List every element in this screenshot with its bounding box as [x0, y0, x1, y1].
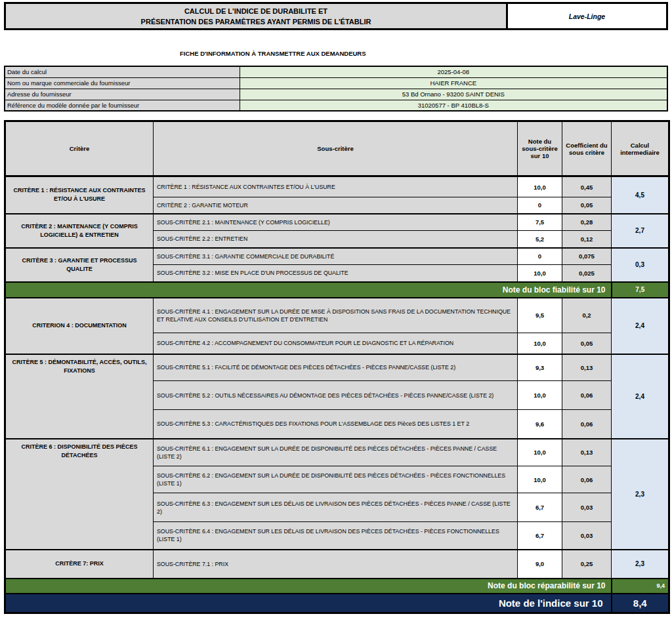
sub-criterion-cell: SOUS-CRITÈRE 5.2 : OUTILS NÉCESSAIRES AU… — [154, 381, 518, 410]
note-cell: 9,3 — [518, 354, 562, 381]
total-score-value: 8,4 — [612, 594, 669, 613]
coefficient-cell: 0,05 — [562, 197, 612, 214]
note-cell: 6,7 — [518, 493, 562, 522]
coefficient-cell: 0,025 — [562, 265, 612, 282]
table-row: CRITÈRE 7: PRIX SOUS-CRITÈRE 7.1 : PRIX … — [5, 550, 669, 579]
fiabilite-score-row: Note du bloc fiabilité sur 10 7,5 — [5, 282, 669, 298]
document-title: CALCUL DE L'INDICE DE DURABILITE ET PRÉS… — [6, 4, 508, 28]
sub-criterion-cell: CRITÈRE 1 : RÉSISTANCE AUX CONTRAINTES E… — [154, 176, 518, 197]
note-cell: 10,0 — [518, 333, 562, 354]
column-header-note: Note du sous-critère sur 10 — [518, 121, 562, 176]
sub-criterion-cell: SOUS-CRITÈRE 5.3 : CARACTÉRISTIQUES DES … — [154, 410, 518, 439]
coefficient-cell: 0,06 — [562, 381, 612, 410]
info-value-date: 2025-04-08 — [240, 66, 667, 77]
column-header-intermediate-calc: Calcul intermediaire — [612, 121, 669, 176]
info-value-supplier-address: 53 Bd Ornano - 93200 SAINT DENIS — [240, 89, 667, 100]
note-cell: 0 — [518, 248, 562, 265]
table-row: CRITERION 4 : DOCUMENTATION SOUS-CRITÈRE… — [5, 298, 669, 333]
criterion-cell: CRITÈRE 1 : RÉSISTANCE AUX CONTRAINTES E… — [5, 176, 154, 214]
note-cell: 10,0 — [518, 176, 562, 197]
criteria-table: Critère Sous-critère Note du sous-critèr… — [4, 120, 670, 614]
table-row: CRITÈRE 6 : DISPONIBILITÉ DES PIÈCES DÉT… — [5, 439, 669, 466]
intermediate-calc-cell: 2,3 — [612, 550, 669, 579]
criterion-cell: CRITÈRE 3 : GARANTIE ET PROCESSUS QUALIT… — [5, 248, 154, 282]
table-row: CRITÈRE 5 : DÉMONTABILITÉ, ACCÈS, OUTILS… — [5, 354, 669, 381]
intermediate-calc-cell: 2,4 — [612, 298, 669, 354]
sub-criterion-cell: SOUS-CRITÈRE 5.1 : FACILITÉ DE DÉMONTAGE… — [154, 354, 518, 381]
info-row-supplier-address: Adresse du fournisseur 53 Bd Ornano - 93… — [5, 89, 667, 100]
criterion-cell: CRITERION 4 : DOCUMENTATION — [5, 298, 154, 354]
sub-criterion-cell: SOUS-CRITÈRE 7.1 : PRIX — [154, 550, 518, 579]
reparabilite-score-value: 9,4 — [612, 579, 669, 594]
info-row-date: Date du calcul 2025-04-08 — [5, 66, 667, 77]
note-cell: 10,0 — [518, 439, 562, 466]
coefficient-cell: 0,13 — [562, 439, 612, 466]
document-title-line1: CALCUL DE L'INDICE DE DURABILITE ET — [184, 6, 327, 16]
coefficient-cell: 0,06 — [562, 410, 612, 439]
product-type-cell: Lave-Linge — [508, 4, 666, 28]
coefficient-cell: 0,06 — [562, 466, 612, 493]
note-cell: 5,2 — [518, 231, 562, 248]
total-score-row: Note de l'indice sur 10 8,4 — [5, 594, 669, 613]
note-cell: 10,0 — [518, 265, 562, 282]
document-title-line2: PRÉSENTATION DES PARAMÈTRES AYANT PERMIS… — [141, 16, 371, 27]
column-header-coefficient: Coefficient du sous critère — [562, 121, 612, 176]
coefficient-cell: 0,05 — [562, 333, 612, 354]
note-cell: 9,6 — [518, 410, 562, 439]
sub-criterion-cell: SOUS-CRITÈRE 6.4 : ENGAGEMENT SUR LES DÉ… — [154, 522, 518, 550]
fiabilite-score-value: 7,5 — [612, 282, 669, 298]
coefficient-cell: 0,075 — [562, 248, 612, 265]
reparabilite-score-row: Note du bloc réparabilité sur 10 9,4 — [5, 579, 669, 594]
sub-criterion-cell: SOUS-CRITÈRE 2.2 : ENTRETIEN — [154, 231, 518, 248]
criterion-cell: CRITÈRE 5 : DÉMONTABILITÉ, ACCÈS, OUTILS… — [5, 354, 154, 439]
note-cell: 7,5 — [518, 214, 562, 231]
table-row: CRITÈRE 2 : MAINTENANCE (Y COMPRIS LOGIC… — [5, 214, 669, 231]
fiabilite-score-label: Note du bloc fiabilité sur 10 — [5, 282, 612, 298]
coefficient-cell: 0,28 — [562, 214, 612, 231]
sub-criterion-cell: SOUS-CRITÈRE 2.1 : MAINTENANCE (Y COMPRI… — [154, 214, 518, 231]
info-label-supplier-address: Adresse du fournisseur — [5, 89, 240, 100]
criteria-table-header-row: Critère Sous-critère Note du sous-critèr… — [5, 121, 669, 176]
note-cell: 9,0 — [518, 550, 562, 579]
info-row-supplier-name: Nom ou marque commerciale du fournisseur… — [5, 77, 667, 89]
coefficient-cell: 0,03 — [562, 522, 612, 550]
sub-criterion-cell: SOUS-CRITÈRE 4.1 : ENGAGEMENT SUR LA DUR… — [154, 298, 518, 333]
note-cell: 9,5 — [518, 298, 562, 333]
intermediate-calc-cell: 4,5 — [612, 176, 669, 214]
sub-criterion-cell: SOUS-CRITÈRE 6.2 : ENGAGEMENT SUR LA DUR… — [154, 466, 518, 493]
sub-criterion-cell: SOUS-CRITÈRE 6.1 : ENGAGEMENT SUR LA DUR… — [154, 439, 518, 466]
info-row-model-reference: Référence du modèle donnée par le fourni… — [5, 100, 667, 111]
coefficient-cell: 0,25 — [562, 550, 612, 579]
coefficient-cell: 0,45 — [562, 176, 612, 197]
document-header: CALCUL DE L'INDICE DE DURABILITE ET PRÉS… — [4, 2, 668, 30]
note-cell: 6,7 — [518, 522, 562, 550]
info-value-supplier-name: HAIER FRANCE — [240, 77, 667, 89]
coefficient-cell: 0,2 — [562, 298, 612, 333]
table-row: CRITÈRE 3 : GARANTIE ET PROCESSUS QUALIT… — [5, 248, 669, 265]
note-cell: 10,0 — [518, 466, 562, 493]
coefficient-cell: 0,12 — [562, 231, 612, 248]
reparabilite-score-label: Note du bloc réparabilité sur 10 — [5, 579, 612, 594]
intermediate-calc-cell: 2,4 — [612, 354, 669, 439]
sub-criterion-cell: SOUS-CRITÈRE 4.2 : ACCOMPAGNEMENT DU CON… — [154, 333, 518, 354]
column-header-criterion: Critère — [5, 121, 154, 176]
sub-criterion-cell: SOUS-CRITÈRE 6.3 : ENGAGEMENT SUR LES DÉ… — [154, 493, 518, 522]
info-label-date: Date du calcul — [5, 66, 240, 77]
criterion-cell: CRITÈRE 6 : DISPONIBILITÉ DES PIÈCES DÉT… — [5, 439, 154, 550]
info-label-supplier-name: Nom ou marque commerciale du fournisseur — [5, 77, 240, 89]
document-subtitle: FICHE D'INFORMATION À TRANSMETTRE AUX DE… — [180, 50, 668, 57]
table-row: CRITÈRE 1 : RÉSISTANCE AUX CONTRAINTES E… — [5, 176, 669, 197]
coefficient-cell: 0,13 — [562, 354, 612, 381]
product-type-label: Lave-Linge — [569, 12, 605, 20]
supplier-info-table: Date du calcul 2025-04-08 Nom ou marque … — [4, 66, 668, 112]
criterion-cell: CRITÈRE 2 : MAINTENANCE (Y COMPRIS LOGIC… — [5, 214, 154, 248]
criterion-cell: CRITÈRE 7: PRIX — [5, 550, 154, 579]
intermediate-calc-cell: 0,3 — [612, 248, 669, 282]
note-cell: 10,0 — [518, 381, 562, 410]
document-page: CALCUL DE L'INDICE DE DURABILITE ET PRÉS… — [0, 0, 672, 614]
intermediate-calc-cell: 2,7 — [612, 214, 669, 248]
column-header-sub-criterion: Sous-critère — [154, 121, 518, 176]
sub-criterion-cell: SOUS-CRITÈRE 3.1 : GARANTIE COMMERCIALE … — [154, 248, 518, 265]
sub-criterion-cell: CRITÈRE 2 : GARANTIE MOTEUR — [154, 197, 518, 214]
sub-criterion-cell: SOUS-CRITÈRE 3.2 : MISE EN PLACE D'UN PR… — [154, 265, 518, 282]
